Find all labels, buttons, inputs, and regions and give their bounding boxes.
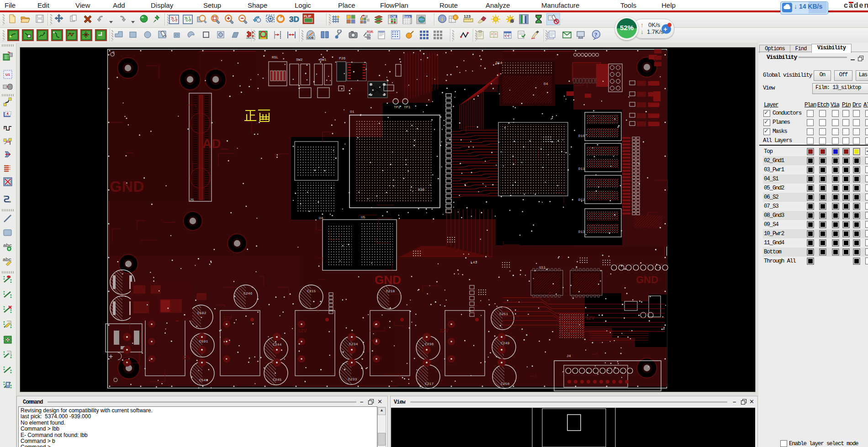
svg-text:D12: D12	[578, 198, 585, 202]
svg-text:CM: CM	[391, 15, 396, 18]
svg-text:ODB: ODB	[307, 36, 314, 39]
svg-text:?: ?	[594, 31, 598, 38]
svg-text:L43: L43	[471, 260, 477, 264]
svg-text:C249: C249	[501, 341, 509, 345]
svg-text:J5: J5	[190, 198, 194, 202]
svg-text:C540: C540	[199, 378, 208, 382]
svg-text:12V: 12V	[298, 328, 307, 333]
svg-text:C236: C236	[425, 342, 434, 346]
svg-text:U4: U4	[319, 216, 323, 220]
svg-text:DFA: DFA	[405, 16, 411, 18]
svg-text:123: 123	[464, 14, 471, 19]
svg-text:C245: C245	[273, 378, 281, 382]
svg-text:GND: GND	[636, 274, 658, 285]
svg-text:C233: C233	[348, 377, 357, 381]
svg-text:C246: C246	[243, 291, 252, 295]
svg-text:D14: D14	[496, 61, 503, 65]
svg-text:C244: C244	[273, 342, 281, 347]
svg-text:12V: 12V	[223, 315, 232, 321]
svg-text:12V: 12V	[586, 315, 595, 321]
svg-text:U2: U2	[367, 37, 371, 40]
svg-text:U5: U5	[361, 215, 365, 219]
svg-text:D11: D11	[578, 167, 585, 171]
svg-text:U1: U1	[367, 33, 371, 37]
svg-text:C250: C250	[501, 382, 509, 386]
svg-text:G: G	[112, 50, 115, 54]
svg-text:AD_: AD_	[202, 137, 228, 151]
svg-text:U1: U1	[5, 73, 11, 77]
svg-text:+: +	[109, 352, 113, 360]
svg-text:SW2: SW2	[296, 58, 303, 62]
svg-text:U11: U11	[539, 265, 546, 269]
svg-text:SW1: SW1	[320, 58, 327, 62]
svg-text:C251: C251	[499, 312, 508, 316]
svg-text:C591: C591	[199, 339, 208, 343]
svg-text:TP2: TP2	[394, 105, 401, 109]
svg-text:3D: 3D	[289, 15, 299, 24]
svg-text:C592: C592	[197, 311, 206, 315]
svg-text:D10: D10	[578, 134, 585, 138]
svg-text:D4: D4	[544, 82, 548, 86]
svg-text:TP1: TP1	[404, 105, 411, 109]
svg-text:J4: J4	[566, 354, 571, 358]
svg-text:D13: D13	[578, 230, 585, 234]
svg-text:C218: C218	[386, 289, 395, 293]
svg-text:FLIP: FLIP	[304, 14, 311, 18]
svg-text:C217: C217	[425, 382, 434, 386]
svg-text:GND: GND	[110, 178, 144, 195]
svg-text:12V: 12V	[182, 355, 191, 360]
svg-text:C234: C234	[349, 342, 358, 346]
svg-text:R1R2: R1R2	[367, 30, 373, 33]
svg-text:GND: GND	[375, 273, 401, 287]
svg-text:O1: O1	[350, 110, 355, 114]
svg-text:i: i	[455, 16, 456, 20]
svg-text:P26: P26	[339, 56, 346, 60]
svg-text:C215: C215	[307, 289, 316, 293]
svg-text:RSL: RSL	[272, 55, 279, 59]
svg-text:R36: R36	[418, 188, 425, 192]
svg-text:12V: 12V	[439, 328, 449, 333]
